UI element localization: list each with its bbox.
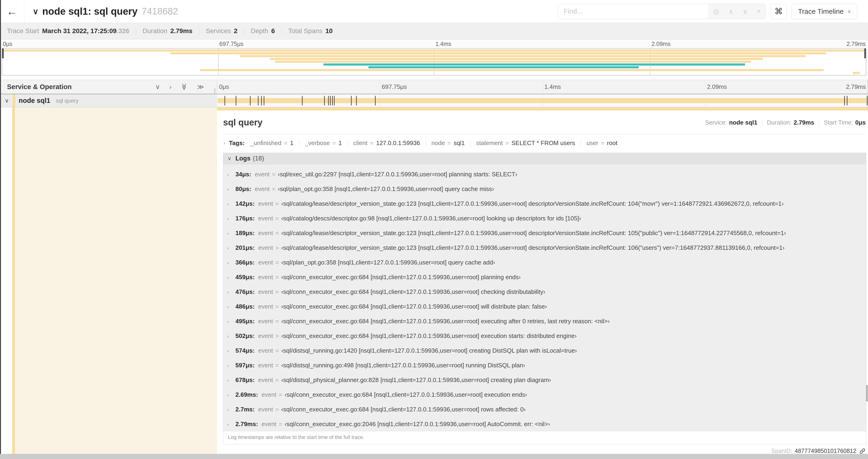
log-field-value: ‹sql/catalog/lease/descriptor_version_st… <box>281 200 783 207</box>
log-row[interactable]: ›597μs:event=‹sql/distsql_running.go:498… <box>223 358 866 373</box>
log-row[interactable]: ›2.7ms:event=‹sql/conn_executor_exec.go:… <box>223 402 866 417</box>
log-marker-tick <box>847 96 847 105</box>
log-row[interactable]: ›176μs:event=‹sql/catalog/descs/descript… <box>223 211 866 226</box>
chevron-right-icon: › <box>227 260 236 265</box>
chevron-right-icon: › <box>227 230 236 236</box>
tags-accordion[interactable]: › Tags: _unfinished=1_verbose=1client=12… <box>223 134 866 151</box>
back-button[interactable]: ← <box>0 0 24 23</box>
log-field-key: event <box>261 421 277 428</box>
find-input[interactable] <box>558 4 708 19</box>
span-name-column: ∨ node sql1 sql query <box>0 94 217 107</box>
view-select-label: Trace Timeline <box>798 7 844 15</box>
log-equals: = <box>279 391 282 398</box>
horizontal-scrollbar[interactable] <box>0 454 868 459</box>
tag-value: sql1 <box>454 139 465 147</box>
log-timestamp: 201μs: <box>236 244 254 252</box>
log-row[interactable]: ›574μs:event=‹sql/distsql_running.go:142… <box>223 343 866 358</box>
logs-header[interactable]: ∨ Logs (18) <box>223 153 866 164</box>
log-field-value: ‹sql/catalog/descs/descriptor.go:98 [nsq… <box>281 215 581 222</box>
tag-key: user <box>587 139 598 147</box>
vertical-scrollbar-thumb[interactable] <box>866 385 868 402</box>
collapse-all-icon[interactable]: ≫ <box>181 84 188 90</box>
command-icon: ⌘ <box>774 6 783 16</box>
span-bar-area[interactable] <box>217 94 868 107</box>
tag-value: SELECT * FROM users <box>512 139 575 147</box>
deep-link-icon[interactable] <box>859 448 866 454</box>
log-equals: = <box>275 215 279 222</box>
services-value: 2 <box>234 27 238 35</box>
depth-item: Depth 6 <box>244 27 281 35</box>
span-stats: Service:node sql1 Duration:2.79ms Start … <box>701 119 866 126</box>
locate-icon[interactable]: ◎ <box>713 7 719 15</box>
log-marker-tick <box>351 96 352 105</box>
log-row[interactable]: ›476μs:event=‹sql/conn_executor_exec.go:… <box>223 285 866 299</box>
log-row[interactable]: ›486μs:event=‹sql/conn_executor_exec.go:… <box>223 299 866 314</box>
timeline-tick-label: 2.09ms <box>707 83 727 91</box>
timeline-tick-label: 697.75μs <box>382 83 407 91</box>
log-marker-tick <box>261 96 262 105</box>
log-timestamp: 2.69ms: <box>236 391 258 398</box>
prev-result-icon[interactable]: ∧ <box>728 7 733 15</box>
duration-stat: Duration:2.79ms <box>762 119 819 126</box>
column-resize-grip[interactable]: ∥ <box>214 88 216 94</box>
log-row[interactable]: ›189μs:event=‹sql/catalog/lease/descript… <box>223 226 866 240</box>
timeline-gridline <box>380 80 380 94</box>
span-duration-bar[interactable] <box>217 98 867 103</box>
clear-search-icon[interactable]: × <box>757 7 761 15</box>
trace-collapse-chevron-icon[interactable]: ∨ <box>33 7 38 16</box>
log-field-key: event <box>255 171 270 178</box>
log-field-value: ‹sql/distsql_physical_planner.go:828 [ns… <box>281 376 551 384</box>
log-row[interactable]: ›366μs:event=‹sql/plan_opt.go:358 [nsql1… <box>223 255 866 270</box>
log-field-value: ‹sql/distsql_running.go:498 [nsql1,clien… <box>281 362 525 369</box>
log-field-key: event <box>258 362 273 369</box>
logs-accordion: ∨ Logs (18) ›34μs:event=‹sql/exec_util.g… <box>223 153 866 444</box>
log-row[interactable]: ›201μs:event=‹sql/catalog/lease/descript… <box>223 240 866 255</box>
trace-start-fraction: .326 <box>117 27 129 35</box>
log-row[interactable]: ›2.79ms:event=‹sql/conn_executor_exec.go… <box>223 417 866 431</box>
log-field-key: event <box>258 347 273 354</box>
log-row[interactable]: ›502μs:event=‹sql/conn_executor_exec.go:… <box>223 329 866 343</box>
next-result-icon[interactable]: ∨ <box>742 7 747 15</box>
log-timestamp: 678μs: <box>236 376 254 384</box>
log-field-key: event <box>258 303 273 310</box>
minimap-canvas[interactable] <box>2 48 866 75</box>
chevron-right-icon: › <box>227 186 236 192</box>
log-field-value: ‹sql/conn_executor_exec.go:684 [nsql1,cl… <box>281 332 577 339</box>
span-collapse-chevron-icon[interactable]: ∨ <box>5 97 12 104</box>
log-row[interactable]: ›459μs:event=‹sql/conn_executor_exec.go:… <box>223 270 866 285</box>
viewport-handle-right[interactable] <box>864 48 866 58</box>
trace-minimap: 0μs 697.75μs 1.4ms 2.09ms 2.79ms <box>0 39 868 80</box>
viewport-handle-left[interactable] <box>2 48 4 58</box>
expand-all-icon[interactable]: ≫ <box>197 83 204 91</box>
log-row[interactable]: ›678μs:event=‹sql/distsql_physical_plann… <box>223 373 866 387</box>
tag-equals: = <box>447 139 451 147</box>
span-row[interactable]: ∨ node sql1 sql query <box>0 94 868 107</box>
log-row[interactable]: ›34μs:event=‹sql/exec_util.go:2297 [nsql… <box>223 167 866 182</box>
log-equals: = <box>279 421 282 428</box>
log-row[interactable]: ›495μs:event=‹sql/conn_executor_exec.go:… <box>223 314 866 329</box>
minimap-span <box>270 58 763 60</box>
log-field-value: ‹sql/conn_executor_exec.go:684 [nsql1,cl… <box>281 406 525 413</box>
minimap-tick-label: 1.4ms <box>435 41 451 47</box>
start-time-stat: Start Time:0μs <box>819 119 866 126</box>
log-marker-tick <box>224 96 225 105</box>
log-row[interactable]: ›80μs:event=‹sql/plan_opt.go:358 [nsql1,… <box>223 182 866 196</box>
minimap-span <box>368 66 639 68</box>
log-timestamp: 486μs: <box>236 303 254 310</box>
log-row[interactable]: ›2.69ms:event=‹sql/conn_executor_exec.go… <box>223 387 866 402</box>
log-equals: = <box>275 200 279 207</box>
chevron-right-icon: › <box>223 140 225 146</box>
collapse-one-icon[interactable]: ∨ <box>155 83 160 91</box>
log-field-key: event <box>258 318 273 325</box>
log-equals: = <box>272 171 276 178</box>
expand-one-icon[interactable]: › <box>169 83 172 91</box>
timeline-tick-label: 1.4ms <box>545 83 561 91</box>
trace-view-select-button[interactable]: Trace Timeline ∨ <box>792 4 857 19</box>
tag-equals: = <box>332 139 336 147</box>
services-item: Services 2 <box>199 27 244 35</box>
keyboard-shortcuts-button[interactable]: ⌘ <box>771 4 786 19</box>
log-row[interactable]: ›142μs:event=‹sql/catalog/lease/descript… <box>223 196 866 211</box>
log-equals: = <box>275 332 279 339</box>
minimap-span <box>2 50 866 52</box>
log-timestamp: 142μs: <box>236 200 254 207</box>
